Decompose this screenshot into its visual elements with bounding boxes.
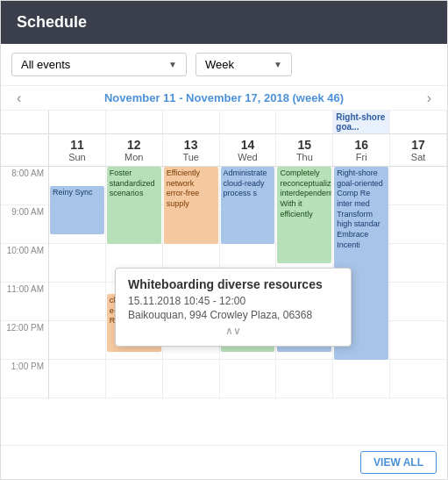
events-filter-arrow: ▼ (168, 60, 177, 69)
tooltip-time: 15.11.2018 10:45 - 12:00 (128, 295, 338, 307)
day-header-sun: 11 Sun (49, 134, 106, 166)
event-tooltip: Whiteboarding diverse resources 15.11.20… (115, 268, 352, 347)
tooltip-location: Baikouquan, 994 Crowley Plaza, 06368 (128, 309, 338, 321)
events-filter-label: All events (21, 58, 70, 71)
day-header-tue: 13 Tue (163, 134, 220, 166)
day-header-thu: 15 Thu (276, 134, 333, 166)
toolbar: All events ▼ Week ▼ (1, 44, 447, 86)
day-col-sun: Reiny Sync (49, 167, 106, 399)
all-day-fri[interactable]: Right-shore goa... (333, 111, 390, 133)
days-grid: Reiny Sync Foster standardized scenarios… (49, 167, 447, 399)
day-header-fri: 16 Fri (333, 134, 390, 166)
schedule-widget: Schedule All events ▼ Week ▼ ‹ November … (0, 0, 448, 480)
event-thu-completely[interactable]: Completely reconceptualize interdependen… (277, 167, 331, 263)
time-slot-1pm: 1:00 PM (1, 360, 48, 398)
all-day-event-text: Right-shore goa... (336, 112, 385, 132)
day-header-wed: 14 Wed (220, 134, 277, 166)
all-day-sun (49, 111, 106, 133)
event-wed-administrate[interactable]: Administrate cloud-ready process s (221, 167, 275, 244)
calendar-area: Right-shore goa... 11 Sun 12 Mon 13 Tue … (1, 111, 447, 445)
event-mon-foster[interactable]: Foster standardized scenarios (107, 167, 161, 244)
all-day-mon (106, 111, 163, 133)
time-slot-11am: 11:00 AM (1, 283, 48, 321)
next-week-button[interactable]: › (418, 90, 440, 106)
grid-body: 8:00 AM 9:00 AM 10:00 AM 11:00 AM 12:00 … (1, 167, 447, 399)
week-title: November 11 - November 17, 2018 (week 46… (104, 91, 344, 104)
day-header-sat: 17 Sat (390, 134, 447, 166)
all-day-wed (220, 111, 277, 133)
view-mode-label: Week (205, 58, 234, 71)
footer-bar: VIEW ALL (1, 445, 447, 479)
view-mode-arrow: ▼ (274, 60, 282, 69)
all-day-tue (163, 111, 220, 133)
events-filter-dropdown[interactable]: All events ▼ (11, 53, 187, 76)
time-slot-9am: 9:00 AM (1, 205, 48, 244)
all-day-sat (390, 111, 447, 133)
time-slot-12pm: 12:00 PM (1, 321, 48, 360)
tooltip-title: Whiteboarding diverse resources (128, 277, 338, 291)
event-tue-efficiently[interactable]: Efficiently network error-free supply (164, 167, 218, 244)
day-col-sat (390, 167, 447, 399)
view-all-button[interactable]: VIEW ALL (360, 451, 437, 474)
time-labels: 8:00 AM 9:00 AM 10:00 AM 11:00 AM 12:00 … (1, 167, 49, 399)
day-header-mon: 12 Mon (106, 134, 163, 166)
all-day-thu (276, 111, 333, 133)
tooltip-arrow-icon: ∧∨ (128, 325, 338, 337)
schedule-title: Schedule (17, 13, 87, 31)
all-day-time-col (1, 111, 49, 133)
view-mode-dropdown[interactable]: Week ▼ (196, 53, 292, 76)
all-day-row: Right-shore goa... (1, 111, 447, 134)
schedule-header: Schedule (1, 1, 447, 44)
time-slot-10am: 10:00 AM (1, 244, 48, 283)
time-slot-8am: 8:00 AM (1, 167, 48, 205)
event-sun-reinysync[interactable]: Reiny Sync (50, 186, 104, 234)
day-headers: 11 Sun 12 Mon 13 Tue 14 Wed 15 Thu 16 Fr… (1, 134, 447, 167)
prev-week-button[interactable]: ‹ (8, 90, 30, 106)
nav-row: ‹ November 11 - November 17, 2018 (week … (1, 86, 447, 111)
